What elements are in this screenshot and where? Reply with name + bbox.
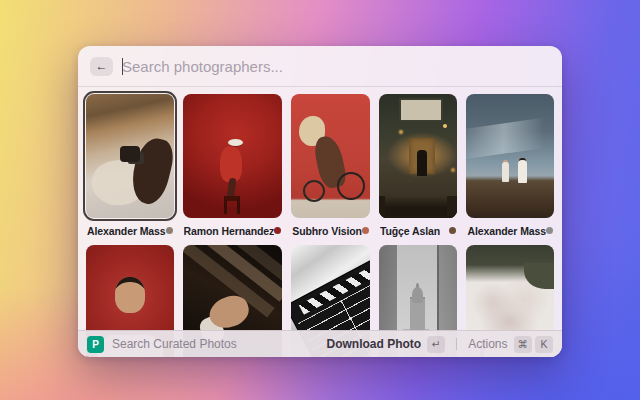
footer-separator	[456, 338, 457, 350]
photo-thumbnail	[291, 94, 370, 218]
photo-label-row: Alexander Mass	[86, 224, 174, 237]
photo-art	[228, 139, 243, 146]
photo-art	[224, 196, 240, 214]
photo-thumbnail	[86, 94, 174, 218]
photo-art	[502, 162, 509, 182]
photo-art	[412, 287, 423, 303]
action-bar: P Search Curated Photos Download Photo ↵…	[78, 330, 562, 357]
photographer-name: Alexander Mass	[87, 225, 166, 237]
photo-art	[115, 277, 145, 313]
photographer-name: Subhro Vision	[292, 225, 362, 237]
photo-result[interactable]: Subhro Vision	[291, 94, 370, 237]
color-dot	[166, 227, 173, 234]
photo-thumbnail	[379, 94, 458, 218]
actions-shortcut: ⌘ K	[514, 336, 554, 353]
results-grid: Alexander Mass Ramon Hernandez	[78, 87, 562, 357]
enter-key-icon: ↵	[427, 336, 445, 353]
color-dot	[362, 227, 369, 234]
photo-art	[303, 180, 325, 202]
photographer-name: Tuğçe Aslan	[380, 225, 440, 237]
color-dot	[546, 227, 553, 234]
photo-label-row: Subhro Vision	[291, 224, 370, 237]
photo-art	[466, 114, 554, 159]
photo-thumbnail	[183, 94, 283, 218]
color-dot	[274, 227, 281, 234]
context-label: Search Curated Photos	[112, 337, 237, 351]
pexels-logo-icon: P	[87, 336, 104, 353]
photo-label-row: Alexander Mass	[466, 224, 554, 237]
photo-art	[443, 124, 447, 128]
k-key-icon: K	[535, 336, 553, 353]
download-photo-action[interactable]: Download Photo ↵	[326, 336, 445, 353]
photographer-name: Alexander Mass	[467, 225, 546, 237]
photo-art	[417, 150, 427, 176]
photo-result[interactable]: Tuğçe Aslan	[379, 94, 458, 237]
photo-label-row: Ramon Hernandez	[183, 224, 283, 237]
command-key-icon: ⌘	[514, 336, 533, 353]
photo-art	[399, 98, 443, 122]
photo-art	[379, 196, 458, 218]
arrow-left-icon: ←	[96, 60, 108, 72]
photo-label-row: Tuğçe Aslan	[379, 224, 458, 237]
photo-art	[120, 146, 140, 162]
photo-art	[337, 172, 365, 200]
download-photo-label: Download Photo	[326, 337, 421, 351]
photo-art	[220, 146, 242, 182]
photo-result[interactable]: Ramon Hernandez	[183, 94, 283, 237]
photo-result[interactable]: Alexander Mass	[466, 94, 554, 237]
actions-label: Actions	[468, 337, 507, 351]
actions-menu-button[interactable]: Actions ⌘ K	[468, 336, 553, 353]
photo-art	[183, 245, 283, 302]
photo-thumbnail	[466, 94, 554, 218]
search-bar: ←	[78, 46, 562, 86]
search-input[interactable]	[122, 58, 550, 75]
launcher-window: ← Alexander Mass Ramo	[78, 46, 562, 357]
color-dot	[449, 227, 456, 234]
text-caret	[122, 58, 123, 75]
desktop-background: { "background": { "gradient_colors": ["#…	[0, 0, 640, 400]
photo-result[interactable]: Alexander Mass	[86, 94, 174, 237]
photographer-name: Ramon Hernandez	[184, 225, 275, 237]
back-button[interactable]: ←	[90, 57, 113, 76]
photo-art	[518, 160, 527, 183]
